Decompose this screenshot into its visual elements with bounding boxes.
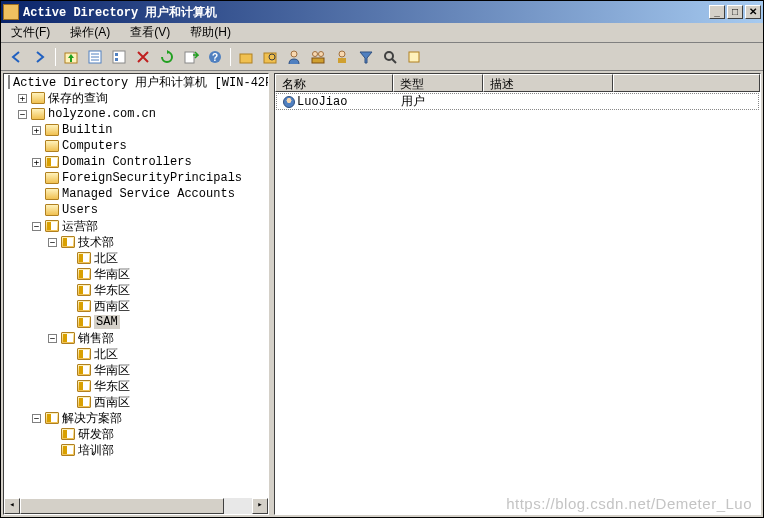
menu-view[interactable]: 查看(V)	[124, 22, 176, 43]
menu-file[interactable]: 文件(F)	[5, 22, 56, 43]
user-icon	[283, 96, 295, 108]
new-user-button[interactable]	[283, 46, 305, 68]
scroll-right-button[interactable]: ▸	[252, 498, 268, 514]
main-window: Active Directory 用户和计算机 _ □ ✕ 文件(F) 操作(A…	[0, 0, 764, 518]
tree-sales-east[interactable]: 华东区	[4, 378, 268, 394]
collapse-icon[interactable]: −	[18, 110, 27, 119]
tree-sales-south[interactable]: 华南区	[4, 362, 268, 378]
query-button[interactable]	[379, 46, 401, 68]
collapse-icon[interactable]: −	[48, 238, 57, 247]
col-name[interactable]: 名称	[275, 74, 393, 92]
list-row[interactable]: LuoJiao 用户	[276, 93, 759, 110]
list-icon[interactable]	[108, 46, 130, 68]
svg-point-16	[319, 51, 324, 56]
new-contact-button[interactable]	[331, 46, 353, 68]
ou-icon	[61, 332, 75, 344]
maximize-button[interactable]: □	[727, 5, 743, 19]
tree-domain-controllers[interactable]: +Domain Controllers	[4, 154, 268, 170]
ou-icon	[77, 348, 91, 360]
tree-saved-queries[interactable]: +保存的查询	[4, 90, 268, 106]
filter-button[interactable]	[355, 46, 377, 68]
ou-icon	[77, 284, 91, 296]
tree-selected-label: SAM	[94, 315, 120, 329]
ou-icon	[61, 236, 75, 248]
minimize-button[interactable]: _	[709, 5, 725, 19]
folder-icon	[45, 140, 59, 152]
ou-icon	[61, 444, 75, 456]
cell-name: LuoJiao	[277, 95, 395, 109]
refresh-button[interactable]	[156, 46, 178, 68]
tree-tech-sw[interactable]: 西南区	[4, 298, 268, 314]
tree-fsp[interactable]: ForeignSecurityPrincipals	[4, 170, 268, 186]
tree-sales-sw[interactable]: 西南区	[4, 394, 268, 410]
new-ou-button[interactable]	[235, 46, 257, 68]
collapse-icon[interactable]: −	[48, 334, 57, 343]
ou-icon	[77, 316, 91, 328]
tree-tech-north[interactable]: 北区	[4, 250, 268, 266]
tree-tech-sam[interactable]: SAM	[4, 314, 268, 330]
toolbar-separator	[55, 48, 56, 66]
tree-pane[interactable]: Active Directory 用户和计算机 [WIN-42F +保存的查询 …	[3, 73, 269, 515]
tree-domain[interactable]: −holyzone.com.cn	[4, 106, 268, 122]
cell-type: 用户	[395, 93, 485, 110]
find-button[interactable]	[259, 46, 281, 68]
tree-msa[interactable]: Managed Service Accounts	[4, 186, 268, 202]
tree-users[interactable]: Users	[4, 202, 268, 218]
toolbar: ?	[1, 43, 763, 71]
tree-root[interactable]: Active Directory 用户和计算机 [WIN-42F	[4, 74, 268, 90]
expand-icon[interactable]: +	[32, 126, 41, 135]
tree-tech-east[interactable]: 华东区	[4, 282, 268, 298]
close-button[interactable]: ✕	[745, 5, 761, 19]
svg-rect-7	[115, 58, 118, 61]
forward-button[interactable]	[29, 46, 51, 68]
col-type[interactable]: 类型	[393, 74, 483, 92]
folder-icon	[31, 92, 45, 104]
scroll-left-button[interactable]: ◂	[4, 498, 20, 514]
ou-icon	[77, 300, 91, 312]
expand-icon[interactable]: +	[18, 94, 27, 103]
tree-ou-sales[interactable]: −销售部	[4, 330, 268, 346]
properties-button[interactable]	[84, 46, 106, 68]
app-icon	[3, 4, 19, 20]
tree-builtin[interactable]: +Builtin	[4, 122, 268, 138]
list-header: 名称 类型 描述	[275, 74, 760, 92]
svg-rect-22	[409, 52, 419, 62]
new-group-button[interactable]	[307, 46, 329, 68]
splitter[interactable]	[270, 71, 273, 517]
titlebar: Active Directory 用户和计算机 _ □ ✕	[1, 1, 763, 23]
back-button[interactable]	[5, 46, 27, 68]
toolbar-separator	[230, 48, 231, 66]
delete-button[interactable]	[132, 46, 154, 68]
col-filler	[613, 74, 760, 92]
tree-sales-north[interactable]: 北区	[4, 346, 268, 362]
menubar: 文件(F) 操作(A) 查看(V) 帮助(H)	[1, 23, 763, 43]
expand-icon[interactable]: +	[32, 158, 41, 167]
svg-line-21	[392, 59, 396, 63]
svg-rect-19	[338, 58, 346, 63]
extra-button[interactable]	[403, 46, 425, 68]
tree-ou-solutions[interactable]: −解决方案部	[4, 410, 268, 426]
svg-point-18	[339, 51, 345, 57]
menu-action[interactable]: 操作(A)	[64, 22, 116, 43]
menu-help[interactable]: 帮助(H)	[184, 22, 237, 43]
help-button[interactable]: ?	[204, 46, 226, 68]
root-icon	[8, 75, 10, 89]
scroll-thumb[interactable]	[20, 498, 224, 514]
window-controls: _ □ ✕	[709, 5, 761, 19]
tree-sol-training[interactable]: 培训部	[4, 442, 268, 458]
content-area: Active Directory 用户和计算机 [WIN-42F +保存的查询 …	[1, 71, 763, 517]
tree-sol-rd[interactable]: 研发部	[4, 426, 268, 442]
list-pane[interactable]: 名称 类型 描述 LuoJiao 用户	[274, 73, 761, 515]
export-button[interactable]	[180, 46, 202, 68]
up-button[interactable]	[60, 46, 82, 68]
col-desc[interactable]: 描述	[483, 74, 613, 92]
collapse-icon[interactable]: −	[32, 414, 41, 423]
horizontal-scrollbar[interactable]: ◂ ▸	[4, 498, 268, 514]
tree-ou-tech[interactable]: −技术部	[4, 234, 268, 250]
tree-computers[interactable]: Computers	[4, 138, 268, 154]
svg-rect-8	[185, 52, 194, 63]
tree-ou-ops[interactable]: −运营部	[4, 218, 268, 234]
tree-tech-south[interactable]: 华南区	[4, 266, 268, 282]
collapse-icon[interactable]: −	[32, 222, 41, 231]
scroll-track[interactable]	[20, 498, 252, 514]
